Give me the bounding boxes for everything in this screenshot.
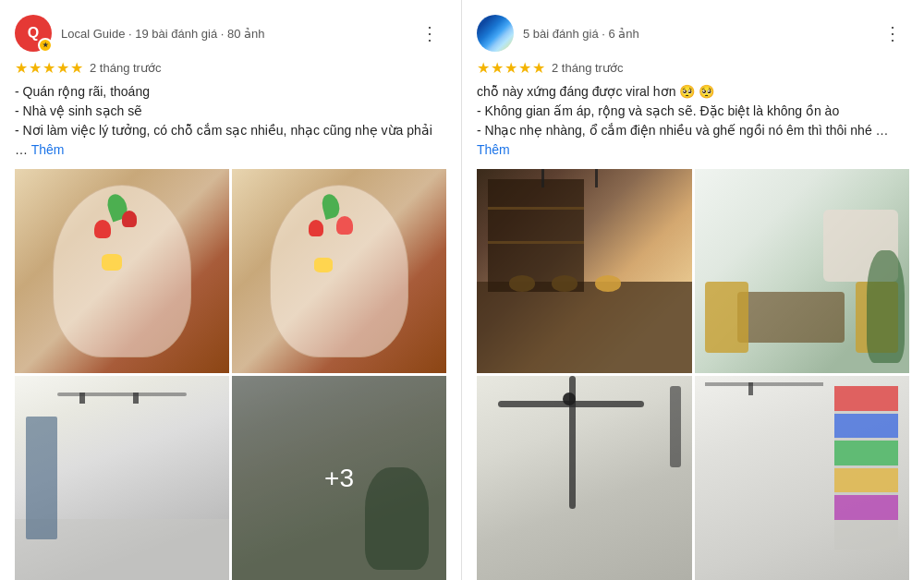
review-line-3-right: - Nhạc nhẹ nhàng, ổ cắm điện nhiều và gh… (477, 123, 889, 138)
more-options-button-left[interactable]: ⋮ (413, 18, 446, 48)
stool-3 (595, 275, 621, 292)
time-left: 2 tháng trước (90, 61, 161, 75)
reviewer-info-right: 5 bài đánh giá · 6 ảnh (477, 15, 639, 52)
photos-grid-right (477, 169, 909, 580)
review-header-right: 5 bài đánh giá · 6 ảnh ⋮ (477, 15, 909, 52)
mint-leaf-2 (320, 192, 342, 220)
avatar-left: Q ★ (15, 15, 52, 52)
more-options-button-right[interactable]: ⋮ (876, 18, 909, 48)
reviewer-details-right: 5 bài đánh giá · 6 ảnh (523, 27, 639, 41)
stars-right: ★★★★★ (477, 59, 546, 77)
shelf-bg (488, 179, 585, 292)
photo-cell-left-2[interactable] (232, 169, 446, 373)
review-header-left: Q ★ Local Guide · 19 bài đánh giá · 80 ả… (15, 15, 446, 52)
stars-row-right: ★★★★★ 2 tháng trước (477, 59, 909, 77)
stars-left: ★★★★★ (15, 59, 84, 77)
fruit-cup-2 (232, 169, 446, 373)
review-line-2-right: - Không gian ấm áp, rộng và sạch sẽ. Đặc… (477, 103, 839, 118)
ceiling-light-r1 (541, 169, 544, 187)
strawberry-2 (122, 211, 137, 227)
photo-count-overlay[interactable]: +3 (232, 376, 446, 580)
plant-right-1 (867, 250, 906, 363)
stars-row-left: ★★★★★ 2 tháng trước (15, 59, 446, 77)
photo-cell-right-1[interactable] (477, 169, 692, 373)
photo-cell-right-3[interactable] (477, 376, 692, 580)
wooden-table (737, 292, 845, 343)
more-link-left[interactable]: Thêm (31, 142, 65, 157)
door-hint (26, 417, 58, 539)
review-line-1-left: - Quán rộng rãi, thoáng (15, 84, 150, 99)
photo-cell-left-1[interactable] (15, 169, 229, 373)
bookshelf (834, 386, 899, 550)
review-line-1-right: chỗ này xứng đáng được viral hơn 🥺 🥺 (477, 84, 714, 99)
bar-counter (477, 282, 692, 373)
review-panel-left: Q ★ Local Guide · 19 bài đánh giá · 80 ả… (0, 0, 462, 580)
photo-cell-left-4[interactable]: +3 (232, 376, 446, 580)
track-right (670, 386, 681, 467)
local-guide-badge-left: ★ (38, 38, 53, 53)
review-line-2-left: - Nhà vệ sinh sạch sẽ (15, 103, 142, 118)
strawberry-3 (309, 220, 323, 236)
pineapple-1 (102, 254, 122, 271)
photo-cell-left-3[interactable] (15, 376, 229, 580)
time-right: 2 tháng trước (552, 61, 623, 75)
photo-cell-right-2[interactable] (695, 169, 910, 373)
track-light-1 (79, 393, 85, 404)
track-rail (57, 393, 186, 396)
photo-cell-right-4[interactable] (695, 376, 910, 580)
strawberry-1 (94, 220, 111, 238)
reviewer-info-left: Q ★ Local Guide · 19 bài đánh giá · 80 ả… (15, 15, 265, 52)
review-text-right: chỗ này xứng đáng được viral hơn 🥺 🥺 - K… (477, 82, 909, 160)
avatar-initial-left: Q (28, 25, 39, 42)
reviewer-meta-right: 5 bài đánh giá · 6 ảnh (523, 27, 639, 41)
track-rail-bottom (705, 382, 823, 386)
more-link-right[interactable]: Thêm (477, 142, 510, 157)
yellow-chair-1 (705, 282, 748, 353)
ceiling-light-r2 (595, 169, 598, 187)
track-light-bottom (748, 382, 753, 395)
review-text-left: - Quán rộng rãi, thoáng - Nhà vệ sinh sạ… (15, 82, 446, 160)
fruit-cup-1 (15, 169, 229, 373)
strawberry-4 (336, 216, 353, 235)
review-panel-right: 5 bài đánh giá · 6 ảnh ⋮ ★★★★★ 2 tháng t… (462, 0, 924, 580)
photos-grid-left: +3 (15, 169, 446, 580)
pineapple-2 (314, 258, 333, 272)
track-light-2 (133, 393, 139, 404)
reviewer-meta-left: Local Guide · 19 bài đánh giá · 80 ảnh (61, 27, 265, 41)
avatar-right (477, 15, 514, 52)
review-line-3-left: - Nơi làm việc lý tưởng, có chỗ cắm sạc … (15, 123, 432, 157)
fan-center (563, 393, 576, 405)
reviewer-details-left: Local Guide · 19 bài đánh giá · 80 ảnh (61, 27, 265, 41)
